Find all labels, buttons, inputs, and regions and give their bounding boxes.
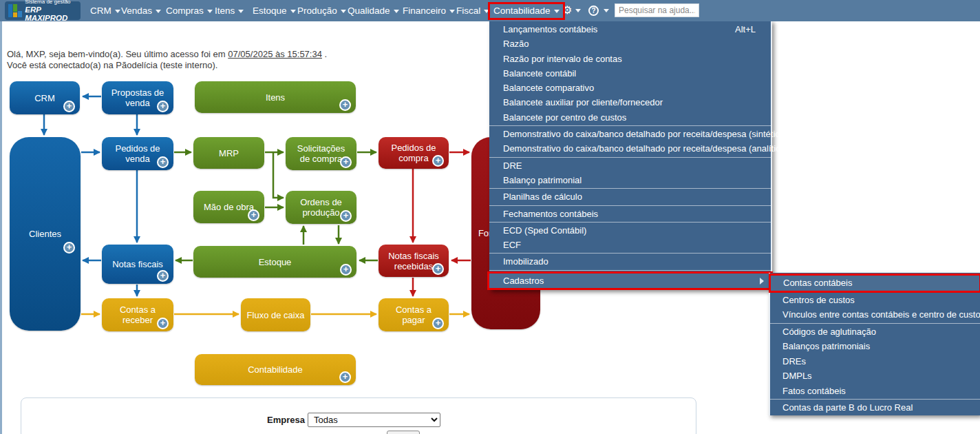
flow-node-contas-a-pagar[interactable]: Contas a pagar+ (379, 298, 449, 331)
submenu-item-contas-contabeis[interactable]: Contas contábeis (769, 273, 980, 293)
empresa-label: Empresa (267, 415, 305, 425)
flow-node-contas-a-receber[interactable]: Contas a receber+ (102, 298, 173, 331)
menu-item-imobilizado[interactable]: Imobilizado (489, 254, 771, 269)
nav-item-estoque[interactable]: Estoque (253, 0, 296, 21)
menu-item-cadastros[interactable]: Cadastros (487, 271, 773, 290)
last-access-link[interactable]: 07/05/2025 às 15:57:34 (228, 49, 322, 59)
menu-item-balancete-contabil[interactable]: Balancete contábil (489, 66, 771, 81)
add-icon[interactable]: + (248, 209, 259, 221)
add-icon[interactable]: + (63, 242, 75, 254)
add-icon[interactable]: + (339, 99, 351, 111)
flow-node-mao-de-obra[interactable]: Mão de obra+ (193, 191, 264, 223)
menu-item-fechamentos-contabeis[interactable]: Fechamentos contábeis (489, 207, 771, 221)
submenu-item-contas-parte-b[interactable]: Contas da parte B do Lucro Real (770, 400, 980, 415)
flow-node-pedidos-de-venda[interactable]: Pedidos de venda+ (102, 137, 173, 170)
menu-item-label: Balanço patrimonial (503, 175, 582, 185)
add-icon[interactable]: + (340, 264, 352, 276)
menu-item-dre[interactable]: DRE (489, 158, 771, 173)
flow-node-contabilidade[interactable]: Contabilidade+ (195, 354, 356, 385)
add-icon[interactable]: + (157, 101, 169, 112)
add-icon[interactable]: + (157, 318, 169, 329)
menu-item-balanco-patrimonial[interactable]: Balanço patrimonial (489, 173, 771, 187)
submenu-item-centros-de-custos[interactable]: Centros de custos (770, 293, 980, 308)
nav-item-label: Itens (215, 6, 235, 16)
menu-item-ecd[interactable]: ECD (Sped Contábil) (489, 223, 771, 238)
add-icon[interactable]: + (157, 156, 169, 168)
menu-item-label: Balanços patrimoniais (782, 341, 870, 351)
flow-node-notas-fiscais[interactable]: Notas fiscais+ (102, 245, 173, 284)
add-icon[interactable]: + (157, 270, 169, 282)
submenu-item-dres[interactable]: DREs (770, 354, 980, 369)
submenu-item-codigos-de-aglutinacao[interactable]: Códigos de aglutinação (770, 324, 980, 340)
menu-item-balancete-centro-custos[interactable]: Balancete por centro de custos (489, 110, 771, 125)
add-icon[interactable]: + (432, 263, 444, 275)
chevron-down-icon[interactable] (575, 9, 581, 12)
logo-subtitle: Sistema de gestão (25, 0, 81, 6)
flow-node-clientes[interactable]: Clientes+ (10, 137, 81, 331)
add-icon[interactable]: + (63, 101, 75, 112)
flow-node-ordens-de-producao[interactable]: Ordens de produção+ (286, 191, 356, 224)
flow-node-mrp[interactable]: MRP (193, 137, 264, 169)
nav-item-fiscal[interactable]: Fiscal (456, 0, 489, 21)
nav-item-contabilidade-active[interactable]: Contabilidade (488, 2, 565, 20)
contabilidade-dropdown-menu: Alt+LLançamentos contábeis Razão Razão p… (489, 21, 772, 290)
nav-item-itens[interactable]: Itens (215, 0, 244, 21)
menu-item-razao[interactable]: Razão (489, 37, 771, 51)
menu-item-balancete-auxiliar[interactable]: Balancete auxiliar por cliente/fornecedo… (489, 95, 771, 110)
node-label: Clientes (29, 229, 61, 239)
flow-node-solicitacoes-de-compra[interactable]: Solicitações de compra+ (286, 137, 356, 170)
menu-item-label: Planilhas de cálculo (503, 192, 582, 202)
chevron-down-icon (156, 10, 161, 13)
menu-item-demonstrativo-analitico[interactable]: Demonstrativo do caixa/banco detalhado p… (489, 141, 771, 156)
submenu-item-balancos-patrimoniais[interactable]: Balanços patrimoniais (770, 339, 980, 354)
menu-item-lancamentos-contabeis[interactable]: Alt+LLançamentos contábeis (489, 22, 771, 37)
page: Olá, MXP, seja bem-vindo(a). Seu último … (0, 0, 980, 434)
add-icon[interactable]: + (340, 156, 352, 168)
flow-node-itens[interactable]: Itens+ (195, 81, 356, 113)
chevron-down-icon (449, 10, 455, 13)
flow-node-propostas-de-venda[interactable]: Propostas de venda+ (102, 81, 173, 114)
menu-item-balancete-comparativo[interactable]: Balancete comparativo (489, 81, 771, 95)
nav-item-qualidade[interactable]: Qualidade (348, 0, 399, 21)
nav-item-vendas[interactable]: Vendas (121, 0, 161, 21)
menu-separator (770, 323, 980, 324)
flow-node-notas-fiscais-recebidas[interactable]: Notas fiscais recebidas+ (379, 245, 449, 277)
menu-item-razao-por-intervalo[interactable]: Razão por intervalo de contas (489, 52, 771, 66)
help-icon[interactable]: ? (588, 6, 599, 16)
search-input[interactable] (615, 3, 699, 17)
flow-node-estoque[interactable]: Estoque+ (193, 246, 356, 278)
nav-item-producao[interactable]: Produção (297, 0, 346, 21)
flow-node-crm[interactable]: CRM+ (10, 81, 80, 114)
flow-node-fluxo-de-caixa[interactable]: Fluxo de caixa (241, 298, 310, 331)
add-icon[interactable]: + (340, 210, 352, 222)
submenu-item-vinculos[interactable]: Vínculos entre contas contábeis e centro… (770, 307, 980, 322)
chevron-down-icon (115, 10, 120, 13)
nav-item-compras[interactable]: Compras (166, 0, 213, 21)
submenu-item-fatos-contabeis[interactable]: Fatos contábeis (770, 384, 980, 399)
menu-item-demonstrativo-sintetico[interactable]: Demonstrativo do caixa/banco detalhado p… (489, 127, 771, 141)
app-logo[interactable]: Sistema de gestão ERP MAXIPROD (5, 1, 81, 20)
add-icon[interactable]: + (432, 318, 444, 329)
nav-item-label: Qualidade (348, 6, 390, 16)
nav-item-crm[interactable]: CRM (90, 0, 120, 21)
menu-item-label: DRE (503, 161, 522, 171)
menu-item-planilhas-de-calculo[interactable]: Planilhas de cálculo (489, 189, 771, 204)
logo-icon (8, 4, 21, 17)
menu-item-label: DMPLs (782, 371, 812, 381)
add-icon[interactable]: + (339, 371, 351, 383)
node-label: Estoque (259, 257, 292, 267)
add-icon[interactable]: + (432, 155, 444, 167)
nav-item-label: Vendas (121, 6, 152, 16)
partial-button[interactable] (387, 431, 420, 434)
submenu-item-dmpls[interactable]: DMPLs (770, 369, 980, 384)
nav-item-financeiro[interactable]: Financeiro (403, 0, 455, 21)
node-label: Mão de obra (204, 202, 254, 212)
chevron-down-icon[interactable] (604, 9, 609, 12)
welcome-suffix: . (322, 49, 327, 59)
menu-item-label: DREs (782, 356, 806, 366)
menu-separator (489, 222, 771, 223)
empresa-select[interactable]: Todas (308, 413, 440, 427)
flow-node-pedidos-de-compra[interactable]: Pedidos de compra+ (379, 137, 449, 169)
menu-item-label: Balancete por centro de custos (503, 112, 626, 123)
menu-item-ecf[interactable]: ECF (489, 238, 771, 252)
